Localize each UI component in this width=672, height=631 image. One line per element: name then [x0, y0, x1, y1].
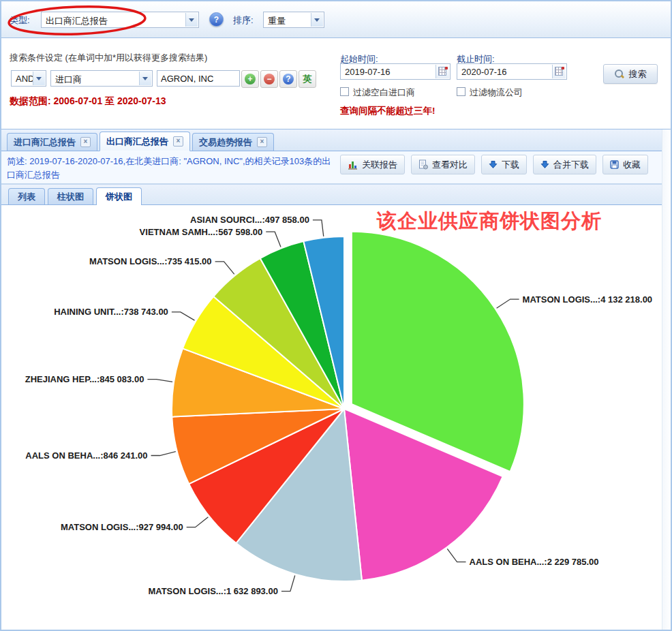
- button-label: 合并下载: [553, 159, 589, 171]
- tab-label: 出口商汇总报告: [106, 136, 168, 148]
- chevron-down-icon[interactable]: [139, 72, 151, 85]
- tab-label: 柱状图: [57, 191, 84, 203]
- label-leader-line: [147, 380, 172, 382]
- data-range-text: 数据范围: 2006-07-01 至 2020-07-13: [10, 95, 166, 108]
- end-date-input[interactable]: 2020-07-16: [457, 63, 567, 80]
- chevron-down-icon[interactable]: [185, 13, 198, 27]
- pie-slice-label: MATSON LOGIS...:927 994.00: [61, 522, 183, 532]
- bar-chart-icon: [348, 160, 358, 170]
- help-icon: ?: [283, 74, 294, 84]
- tab-label: 饼状图: [106, 191, 132, 203]
- search-field-value: 进口商: [55, 74, 82, 86]
- filter-logistics-label: 过滤物流公司: [470, 87, 523, 99]
- pie-slice-label: ASIAN SOURCI...:497 858.00: [190, 215, 309, 225]
- calendar-icon[interactable]: [552, 65, 566, 78]
- chevron-down-icon[interactable]: [311, 13, 323, 27]
- filter-blank-importer-label: 过滤空白进口商: [353, 87, 415, 99]
- tab-list-view[interactable]: 列表: [8, 188, 45, 204]
- label-leader-line: [187, 517, 209, 527]
- pie-slice-label: VIETNAM SAMH...:567 598.00: [140, 227, 263, 237]
- plus-icon: +: [245, 74, 256, 84]
- search-conditions-label: 搜索条件设定 (在单词中加*用以获得更多搜索结果): [10, 52, 207, 64]
- type-label: 类型:: [10, 14, 30, 27]
- report-type-value: 出口商汇总报告: [46, 15, 108, 27]
- button-label: 关联报告: [362, 159, 397, 171]
- label-leader-line: [281, 576, 295, 591]
- summary-bar: 简述: 2019-07-16-2020-07-16,在北美进口商: "AGRON…: [1, 151, 662, 185]
- help-icon[interactable]: ?: [209, 12, 224, 27]
- tab-exporter-summary-report[interactable]: 出口商汇总报告 ×: [100, 132, 190, 151]
- search-field-select[interactable]: 进口商: [50, 70, 153, 87]
- merge-download-button[interactable]: 合并下载: [533, 155, 596, 174]
- start-date-value: 2019-07-16: [345, 67, 391, 77]
- report-summary-text: 简述: 2019-07-16-2020-07-16,在北美进口商: "AGRON…: [7, 155, 334, 182]
- save-disk-icon: [610, 160, 619, 169]
- action-button-row: 关联报告 查看对比 下载: [340, 155, 648, 174]
- label-leader-line: [313, 220, 324, 236]
- keyword-input[interactable]: [157, 70, 240, 87]
- pie-slice-label: AALS ON BEHA...:846 241.00: [25, 450, 147, 461]
- end-date-value: 2020-07-16: [461, 67, 507, 77]
- compare-document-icon: [418, 159, 428, 170]
- pie-chart-panel: MATSON LOGIS...:4 132 218.00AALS ON BEHA…: [1, 205, 662, 628]
- tab-label: 列表: [18, 191, 35, 203]
- interval-warning-text: 查询间隔不能超过三年!: [340, 105, 436, 117]
- pie-slice-label: HAINING UNIT...:738 743.00: [54, 307, 168, 317]
- close-icon[interactable]: ×: [173, 136, 183, 147]
- favorite-button[interactable]: 收藏: [602, 155, 648, 174]
- chevron-down-icon[interactable]: [33, 72, 45, 85]
- pie-slice-label: MATSON LOGIS...:1 632 893.00: [148, 586, 278, 596]
- pie-slice-label: MATSON LOGIS...:735 415.00: [89, 256, 212, 266]
- add-condition-button[interactable]: +: [241, 70, 259, 88]
- bool-operator-value: AND: [16, 74, 34, 84]
- download-arrow-icon: [540, 160, 549, 169]
- label-leader-line: [151, 452, 176, 456]
- tab-bar-chart-view[interactable]: 柱状图: [48, 188, 93, 204]
- scrollbar-track: [662, 129, 671, 630]
- sort-label: 排序:: [233, 14, 254, 27]
- view-tab-bar: 列表 柱状图 饼状图: [1, 185, 662, 205]
- label-leader-line: [215, 262, 234, 275]
- close-icon[interactable]: ×: [80, 137, 91, 147]
- main-region: 进口商汇总报告 × 出口商汇总报告 × 交易趋势报告 × 简述: 2019-07…: [1, 129, 662, 630]
- search-button-label: 搜索: [629, 68, 647, 80]
- pie-slice-label: AALS ON BEHA...:2 229 785.00: [470, 557, 599, 567]
- tab-pie-chart-view[interactable]: 饼状图: [96, 187, 142, 205]
- filter-logistics-checkbox[interactable]: [457, 87, 465, 96]
- english-label: 英: [303, 73, 312, 85]
- search-panel: 搜索条件设定 (在单词中加*用以获得更多搜索结果) AND 进口商 + − ? …: [1, 38, 671, 129]
- start-date-input[interactable]: 2019-07-16: [340, 63, 450, 80]
- download-arrow-icon: [489, 160, 498, 169]
- bool-operator-select[interactable]: AND: [11, 70, 46, 87]
- chart-title: 该企业供应商饼状图分析: [377, 208, 602, 235]
- sort-select[interactable]: 重量: [263, 12, 324, 28]
- search-button[interactable]: 搜索: [603, 64, 658, 84]
- view-compare-button[interactable]: 查看对比: [411, 155, 475, 174]
- filter-blank-importer-checkbox[interactable]: [340, 87, 349, 96]
- sort-value: 重量: [268, 15, 286, 27]
- tab-label: 交易趋势报告: [199, 136, 252, 149]
- minus-icon: −: [264, 74, 275, 84]
- tab-trade-trend-report[interactable]: 交易趋势报告 ×: [192, 133, 274, 151]
- remove-condition-button[interactable]: −: [260, 70, 278, 88]
- button-label: 下载: [502, 159, 519, 171]
- pie-slice-label: MATSON LOGIS...:4 132 218.00: [523, 294, 653, 305]
- download-button[interactable]: 下载: [481, 155, 527, 174]
- tab-importer-summary-report[interactable]: 进口商汇总报告 ×: [7, 133, 97, 151]
- tab-label: 进口商汇总报告: [14, 136, 76, 149]
- close-icon[interactable]: ×: [257, 137, 267, 147]
- label-leader-line: [497, 299, 519, 308]
- calendar-icon[interactable]: [436, 65, 449, 78]
- label-leader-line: [172, 312, 195, 320]
- app-window: 类型: 出口商汇总报告 ? 排序: 重量 搜索条件设定 (在单词中加*用以获得更…: [0, 0, 672, 631]
- label-leader-line: [447, 549, 465, 561]
- report-type-select[interactable]: 出口商汇总报告: [41, 12, 199, 28]
- english-toggle-button[interactable]: 英: [299, 70, 316, 88]
- top-toolbar: 类型: 出口商汇总报告 ? 排序: 重量: [1, 1, 671, 38]
- related-report-button[interactable]: 关联报告: [340, 155, 405, 174]
- magnifier-icon: [615, 70, 624, 78]
- button-label: 收藏: [623, 159, 641, 171]
- pie-chart: MATSON LOGIS...:4 132 218.00AALS ON BEHA…: [1, 205, 662, 628]
- condition-help-button[interactable]: ?: [279, 70, 297, 88]
- report-tab-bar: 进口商汇总报告 × 出口商汇总报告 × 交易趋势报告 ×: [1, 129, 662, 151]
